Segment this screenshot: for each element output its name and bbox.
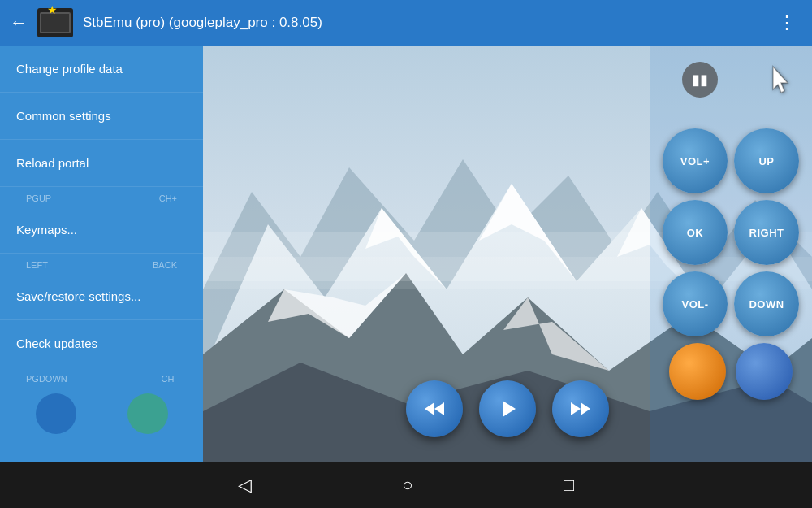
- monitor-icon: [40, 12, 71, 33]
- sidebar-right-button[interactable]: [127, 393, 168, 434]
- keymap-hint-pgdown: PGDOWN CH-: [13, 371, 190, 387]
- svg-marker-13: [425, 402, 434, 415]
- sidebar-item-save-restore[interactable]: Save/restore settings...: [0, 273, 203, 320]
- svg-marker-14: [503, 401, 516, 417]
- fast-forward-button[interactable]: [552, 380, 609, 437]
- sidebar-bottom-buttons: [0, 387, 203, 441]
- vol-minus-button[interactable]: VOL-: [663, 271, 728, 336]
- sidebar-item-keymaps[interactable]: Keymaps...: [0, 206, 203, 254]
- keymap-hint-left: LEFT BACK: [13, 257, 190, 273]
- rewind-button[interactable]: [406, 380, 463, 437]
- app-title: StbEmu (pro) (googleplay_pro : 0.8.05): [83, 15, 771, 31]
- sidebar: Change profile data Common settings Relo…: [0, 46, 203, 462]
- keymap-hint-pgup: PGUP CH+: [13, 190, 190, 206]
- app-icon: [37, 8, 73, 37]
- menu-button[interactable]: ⋮: [771, 9, 802, 37]
- content-area: ▮▮ VOL+ UP OK: [203, 46, 812, 462]
- nav-home-button[interactable]: ○: [386, 468, 429, 502]
- fast-forward-icon: [568, 396, 594, 422]
- play-icon: [495, 396, 520, 422]
- main-layout: Change profile data Common settings Relo…: [0, 46, 812, 462]
- svg-marker-16: [581, 402, 590, 415]
- sidebar-item-check-updates[interactable]: Check updates: [0, 320, 203, 367]
- nav-recent-button[interactable]: □: [547, 468, 590, 502]
- nav-back-button[interactable]: ◁: [222, 468, 268, 502]
- rewind-icon: [421, 396, 447, 422]
- back-button[interactable]: ←: [10, 12, 28, 33]
- right-button[interactable]: RIGHT: [734, 200, 799, 265]
- top-bar: ← StbEmu (pro) (googleplay_pro : 0.8.05)…: [0, 0, 812, 46]
- svg-marker-15: [571, 402, 581, 415]
- play-button[interactable]: [479, 380, 536, 437]
- sidebar-item-common-settings[interactable]: Common settings: [0, 93, 203, 140]
- video-player[interactable]: ▮▮ VOL+ UP OK: [203, 46, 812, 462]
- vol-plus-button[interactable]: VOL+: [663, 128, 728, 193]
- pause-icon: ▮▮: [692, 71, 708, 89]
- svg-marker-12: [434, 402, 444, 415]
- up-button[interactable]: UP: [734, 128, 799, 193]
- down-button[interactable]: DOWN: [734, 271, 799, 336]
- dpad: VOL+ UP OK RIGHT VOL- DOWN: [663, 128, 799, 336]
- sidebar-left-button[interactable]: [36, 393, 76, 434]
- sidebar-item-reload-portal[interactable]: Reload portal: [0, 140, 203, 187]
- ok-button[interactable]: OK: [663, 200, 728, 265]
- bottom-navigation: ◁ ○ □: [0, 462, 812, 508]
- playback-controls: [203, 364, 812, 462]
- cursor-icon: [767, 65, 796, 104]
- pause-button[interactable]: ▮▮: [682, 62, 718, 98]
- sidebar-item-change-profile[interactable]: Change profile data: [0, 46, 203, 93]
